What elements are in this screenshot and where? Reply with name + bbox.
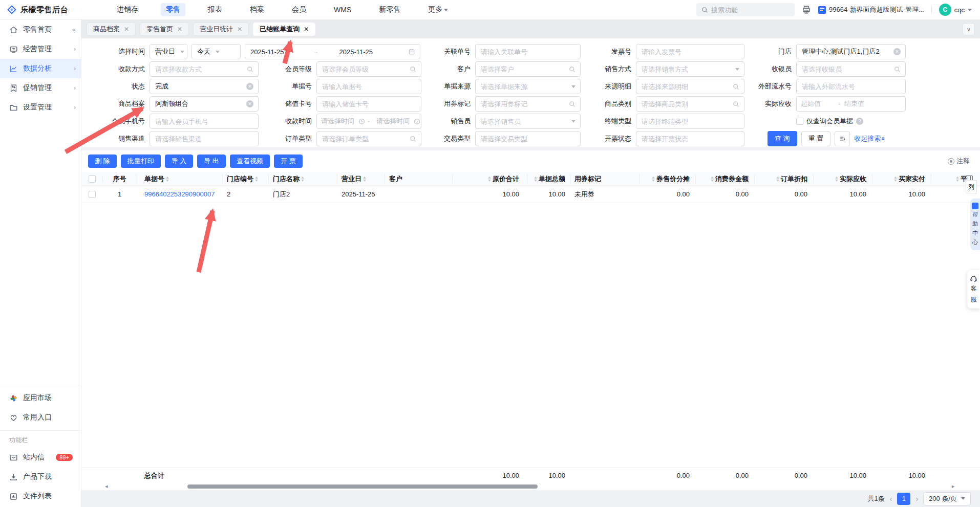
close-icon[interactable]: ✕ bbox=[177, 26, 182, 33]
clear-icon[interactable]: ✕ bbox=[893, 48, 901, 55]
note-toggle[interactable]: 注释 bbox=[948, 157, 970, 166]
doc-source-select[interactable] bbox=[475, 79, 581, 94]
col-store-name[interactable]: 门店名称 bbox=[269, 174, 337, 184]
pay-method-input[interactable] bbox=[150, 65, 247, 73]
next-page-icon[interactable]: › bbox=[915, 495, 918, 503]
ext-flow-no-input[interactable] bbox=[797, 83, 905, 91]
customer-input[interactable] bbox=[476, 65, 569, 73]
horizontal-scrollbar[interactable]: ◂ ▸ bbox=[81, 483, 980, 490]
sort-icon[interactable] bbox=[711, 177, 714, 182]
sort-icon[interactable] bbox=[534, 177, 537, 182]
date-to[interactable]: 2025-11-25 bbox=[334, 48, 378, 56]
sort-icon[interactable] bbox=[301, 177, 304, 182]
clear-icon[interactable]: ✕ bbox=[246, 100, 253, 107]
doc-no-input[interactable] bbox=[317, 83, 421, 91]
order-type-input[interactable] bbox=[317, 135, 410, 143]
store-input[interactable] bbox=[797, 48, 893, 56]
row-doc-no[interactable]: 9966402253290900007 bbox=[136, 190, 223, 198]
sale-mode-input[interactable] bbox=[636, 65, 735, 73]
tab-goods-archive[interactable]: 商品档案✕ bbox=[87, 23, 136, 36]
close-icon[interactable]: ✕ bbox=[124, 26, 129, 33]
col-biz-date[interactable]: 营业日 bbox=[337, 174, 385, 184]
nav-archives[interactable]: 档案 bbox=[245, 3, 269, 16]
customer-service-button[interactable]: 客服 bbox=[967, 270, 980, 308]
trade-type-input[interactable] bbox=[476, 135, 580, 143]
goods-cat-input[interactable] bbox=[636, 100, 733, 108]
salesman-select[interactable] bbox=[475, 114, 581, 129]
sidebar-item-app-market[interactable]: 应用市场 bbox=[0, 388, 81, 408]
col-coupon-share[interactable]: 券售价分摊 bbox=[640, 174, 696, 184]
member-level-input[interactable] bbox=[317, 65, 410, 73]
table-row[interactable]: 1 9966402253290900007 2 门店2 2025-11-25 1… bbox=[81, 186, 980, 203]
sort-icon[interactable] bbox=[166, 177, 169, 182]
page-size-select[interactable]: 200 条/页 bbox=[923, 492, 971, 505]
col-buyer-paid[interactable]: 买家实付 bbox=[872, 174, 931, 184]
col-store-code[interactable]: 门店编号 bbox=[223, 174, 269, 184]
close-icon[interactable]: ✕ bbox=[304, 26, 309, 33]
global-search-input[interactable] bbox=[711, 6, 778, 14]
col-actual-recv[interactable]: 实际应收 bbox=[814, 174, 872, 184]
sort-icon[interactable] bbox=[776, 177, 779, 182]
sort-icon[interactable] bbox=[956, 177, 959, 182]
sort-icon[interactable] bbox=[255, 177, 258, 182]
view-video-button[interactable]: 查看视频 bbox=[230, 155, 270, 168]
sidebar-item-file-list[interactable]: 文件列表 bbox=[0, 487, 81, 506]
sort-icon[interactable] bbox=[488, 177, 491, 182]
sidebar-item-favorites[interactable]: 常用入口 bbox=[0, 408, 81, 427]
sidebar-item-business-mgmt[interactable]: 经营管理 › bbox=[0, 39, 81, 59]
sort-icon[interactable] bbox=[652, 177, 655, 182]
filter-config-button[interactable] bbox=[835, 131, 850, 146]
export-button[interactable]: 导 出 bbox=[197, 155, 226, 168]
help-question-icon[interactable]: ? bbox=[856, 118, 863, 125]
sort-icon[interactable] bbox=[363, 177, 366, 182]
tab-daily-stats[interactable]: 营业日统计✕ bbox=[193, 23, 249, 36]
time-preset-select[interactable]: 今天 bbox=[191, 44, 241, 59]
nav-wms[interactable]: WMS bbox=[329, 4, 356, 16]
collapse-sidebar-icon[interactable]: « bbox=[72, 26, 76, 33]
related-no-input[interactable] bbox=[476, 48, 580, 56]
scroll-right-icon[interactable]: ▸ bbox=[952, 483, 955, 490]
invoice-no-input[interactable] bbox=[636, 48, 744, 56]
sort-icon[interactable] bbox=[894, 177, 897, 182]
sale-channel-input[interactable] bbox=[150, 135, 258, 143]
nav-reports[interactable]: 报表 bbox=[203, 3, 227, 16]
nav-purchase-sale-stock[interactable]: 进销存 bbox=[112, 3, 143, 16]
nav-retail[interactable]: 零售 bbox=[161, 3, 185, 16]
batch-print-button[interactable]: 批量打印 bbox=[121, 155, 161, 168]
invoice-status-input[interactable] bbox=[636, 135, 744, 143]
tab-settled-bills-query[interactable]: 已结账单查询✕ bbox=[253, 23, 315, 36]
sidebar-item-retail-home[interactable]: 零售首页 « bbox=[0, 20, 81, 39]
col-order-discount[interactable]: 订单折扣 bbox=[755, 174, 814, 184]
user-menu[interactable]: C cqc bbox=[939, 4, 972, 16]
goods-file-input[interactable] bbox=[150, 100, 246, 108]
sidebar-item-data-analysis[interactable]: 数据分析 › bbox=[0, 59, 81, 78]
cashier-input[interactable] bbox=[797, 65, 894, 73]
scroll-left-icon[interactable]: ◂ bbox=[105, 483, 108, 490]
import-button[interactable]: 导 入 bbox=[165, 155, 194, 168]
column-display-tab[interactable]: 列 bbox=[966, 180, 977, 193]
collapse-search-link[interactable]: 收起搜索« bbox=[854, 134, 885, 143]
delete-button[interactable]: 删 除 bbox=[88, 155, 117, 168]
row-checkbox[interactable] bbox=[89, 191, 96, 198]
prev-page-icon[interactable]: ‹ bbox=[890, 495, 892, 503]
tabbar-collapse-button[interactable]: ∨ bbox=[963, 23, 975, 35]
salesman-input[interactable] bbox=[476, 118, 571, 125]
actual-recv-range-field[interactable]: 起始值-结束值 bbox=[796, 96, 906, 112]
nav-new-retail[interactable]: 新零售 bbox=[374, 3, 406, 16]
doc-source-input[interactable] bbox=[476, 83, 571, 91]
date-range-picker[interactable]: 2025-11-25 → 2025-11-25 bbox=[245, 44, 420, 59]
current-page[interactable]: 1 bbox=[897, 493, 910, 505]
stored-card-input[interactable] bbox=[317, 100, 421, 108]
global-search[interactable] bbox=[696, 3, 795, 16]
sidebar-item-inbox[interactable]: 站内信 99+ bbox=[0, 448, 81, 467]
help-center-bar[interactable]: 帮助中心 bbox=[970, 199, 980, 250]
clear-icon[interactable]: ✕ bbox=[246, 83, 253, 90]
coupon-mark-input[interactable] bbox=[476, 100, 569, 108]
col-orig-total[interactable]: 原价合计 bbox=[453, 174, 527, 184]
select-all-checkbox[interactable] bbox=[89, 175, 96, 183]
terminal-type-input[interactable] bbox=[636, 118, 744, 125]
scrollbar-thumb[interactable] bbox=[187, 484, 538, 489]
col-clipped[interactable]: 平 bbox=[931, 174, 967, 184]
sort-icon[interactable] bbox=[835, 177, 838, 182]
close-icon[interactable]: ✕ bbox=[237, 26, 242, 33]
